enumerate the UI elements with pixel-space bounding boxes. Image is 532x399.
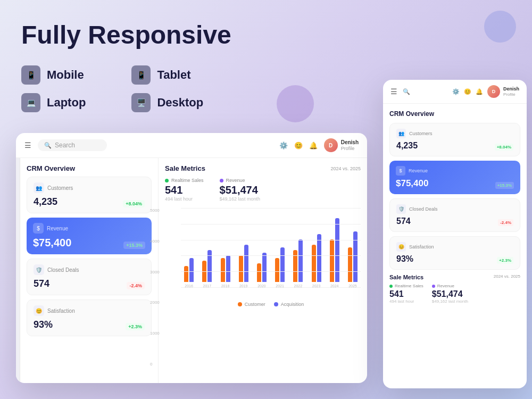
bg-decoration-1	[480, 6, 521, 47]
y-axis-labels: 5000 4000 3000 2000 1000 0	[150, 208, 160, 367]
orange-bar-2022	[293, 250, 297, 282]
device-mobile: 📱 Mobile	[21, 65, 121, 85]
t-closed-deals-badge: -2.4%	[498, 219, 513, 226]
t-closed-deals-icon: 🛡️	[396, 204, 406, 214]
bar-label-2021: 2021	[276, 284, 284, 288]
t-customers-card: 👥 Customers 4,235 +8.04%	[389, 123, 520, 156]
t-satisfaction-value: 93%	[396, 254, 413, 264]
blue-bar-2024	[335, 218, 339, 282]
t-sale-header: Sale Metrics 2024 vs. 2025	[389, 274, 520, 280]
device-desktop: 🖥️ Desktop	[131, 93, 231, 112]
bar-label-2022: 2022	[294, 284, 303, 288]
customers-badge: +8.04%	[123, 200, 145, 207]
satisfaction-card: 😊 Satisfaction 93% +2.3%	[27, 300, 152, 336]
satisfaction-icon: 😊	[34, 305, 44, 316]
bars-2021	[275, 247, 285, 282]
acquisition-legend-label: Acquisition	[281, 302, 304, 307]
customers-value-row: 4,235 +8.04%	[34, 196, 145, 207]
satisfaction-value-row: 93% +2.3%	[34, 319, 145, 330]
bell-icon[interactable]: 🔔	[309, 142, 318, 149]
bars-2022	[293, 239, 303, 282]
tablet-search-icon[interactable]: 🔍	[403, 88, 410, 95]
bars-2017	[202, 250, 212, 282]
emoji-icon[interactable]: 😊	[294, 142, 303, 149]
dashboard-header: ☰ 🔍 Search ⚙️ 😊 🔔 D Denish Profile	[16, 133, 367, 158]
left-panel: CRM Overview 👥 Customers 4,235 +8.04% $ …	[20, 158, 159, 383]
orange-bar-2017	[202, 261, 206, 282]
satisfaction-header: 😊 Satisfaction	[34, 305, 145, 316]
laptop-label: Laptop	[47, 96, 86, 110]
revenue-sum-value: $51,474	[220, 184, 261, 196]
t-realtime-dot-label: Realtime Sales	[389, 284, 423, 288]
tablet-emoji-icon[interactable]: 😊	[464, 88, 471, 95]
revenue-value-row: $75,400 +15.3%	[33, 237, 145, 249]
realtime-dot	[165, 179, 169, 182]
tablet-avatar: D	[487, 85, 500, 98]
bar-label-2020: 2020	[257, 284, 266, 288]
satisfaction-badge: +2.3%	[126, 323, 145, 330]
realtime-value: 541	[165, 184, 204, 196]
dashboard-tablet: ☰ 🔍 ⚙️ 😊 🔔 D Denish Profile CRM Overview…	[383, 80, 527, 388]
t-satisfaction-value-row: 93% +2.3%	[396, 254, 513, 264]
user-info: Denish Profile	[341, 139, 359, 151]
t-customers-value: 4,235	[396, 141, 418, 151]
t-satisfaction-icon: 😊	[396, 242, 406, 252]
t-metrics-row: Realtime Sales 541 494 last hour Revenue…	[389, 284, 520, 304]
settings-icon[interactable]: ⚙️	[279, 142, 288, 149]
search-bar[interactable]: 🔍 Search	[38, 139, 107, 151]
tablet-label: Tablet	[157, 68, 190, 82]
bar-label-2017: 2017	[203, 284, 212, 288]
orange-bar-2023	[312, 245, 316, 282]
orange-bar-2024	[330, 239, 334, 282]
customers-card: 👥 Customers 4,235 +8.04%	[27, 177, 152, 213]
tablet-avatar-wrap[interactable]: D Denish Profile	[487, 85, 519, 98]
bars-2016	[184, 258, 194, 282]
satisfaction-label: Satisfaction	[47, 308, 75, 314]
user-name: Denish	[341, 139, 359, 146]
right-panel: Sale Metrics 2024 vs. 2025 Realtime Sale…	[159, 158, 367, 383]
tablet-user-role: Profile	[503, 92, 519, 97]
t-satisfaction-header: 😊 Satisfaction	[396, 242, 513, 252]
realtime-summary: Realtime Sales 541 494 last hour	[165, 178, 204, 202]
chart-year: 2024 vs. 2025	[330, 166, 361, 171]
bar-group-2023: 2023	[308, 234, 324, 288]
t-customers-header: 👥 Customers	[396, 129, 513, 138]
legend-acquisition: Acquisition	[274, 302, 304, 307]
header-actions: ⚙️ 😊 🔔 D Denish Profile	[279, 138, 359, 152]
chart-title: Sale Metrics	[165, 164, 205, 172]
menu-icon[interactable]: ☰	[24, 141, 31, 149]
laptop-icon: 💻	[21, 93, 40, 112]
blue-bar-2022	[298, 239, 303, 282]
bar-label-2019: 2019	[239, 284, 248, 288]
tablet-menu-icon[interactable]: ☰	[390, 87, 397, 96]
avatar: D	[324, 138, 338, 152]
t-revenue-summary: Revenue $51,474 $49,162 last month	[432, 284, 468, 304]
bar-group-2019: 2019	[236, 245, 252, 288]
revenue-header: $ Revenue	[33, 223, 145, 234]
t-realtime-label: Realtime Sales	[395, 284, 423, 288]
closed-deals-header: 🛡️ Closed Deals	[34, 264, 145, 275]
blue-bar-2016	[189, 258, 194, 282]
t-closed-deals-value: 574	[396, 217, 411, 226]
t-revenue-header: $ Revenue	[396, 166, 514, 176]
mobile-label: Mobile	[47, 68, 84, 82]
tablet-header: ☰ 🔍 ⚙️ 😊 🔔 D Denish Profile	[383, 80, 527, 104]
chart-title-row: Sale Metrics 2024 vs. 2025	[165, 164, 361, 172]
crm-title-row: CRM Overview	[27, 164, 152, 172]
tablet-settings-icon[interactable]: ⚙️	[452, 88, 460, 95]
bar-group-2018: 2018	[217, 255, 233, 288]
customers-icon: 👥	[34, 182, 44, 193]
orange-bar-2016	[184, 266, 188, 282]
t-revenue-dot	[432, 285, 435, 288]
blue-bar-2020	[262, 253, 267, 282]
t-satisfaction-label: Satisfaction	[409, 244, 434, 250]
user-avatar-wrap[interactable]: D Denish Profile	[324, 138, 359, 152]
blue-bar-2021	[280, 247, 285, 282]
bar-label-2016: 2016	[185, 284, 193, 288]
t-sale-metrics: Sale Metrics 2024 vs. 2025 Realtime Sale…	[389, 274, 520, 304]
device-tablet: 📱 Tablet	[131, 65, 231, 85]
t-closed-deals-value-row: 574 -2.4%	[396, 217, 513, 226]
acquisition-legend-dot	[274, 302, 278, 306]
t-revenue-badge: +15.3%	[495, 182, 514, 189]
tablet-bell-icon[interactable]: 🔔	[476, 88, 483, 95]
